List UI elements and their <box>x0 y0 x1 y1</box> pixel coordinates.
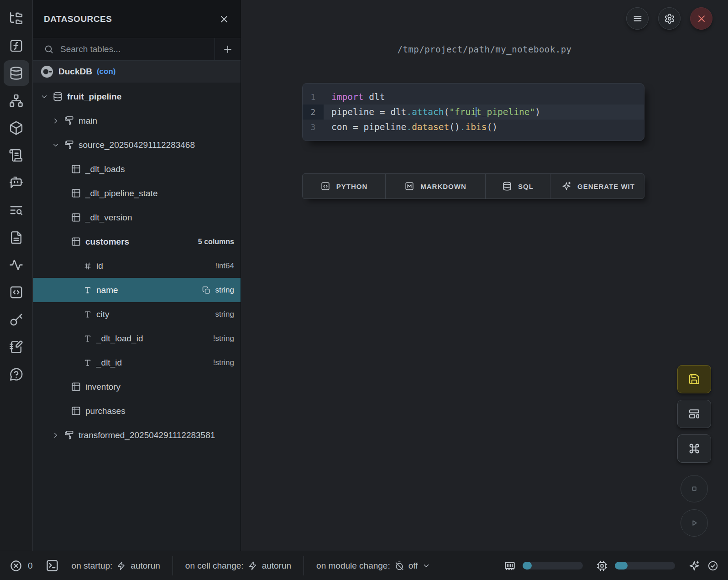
ai-assistant-button[interactable] <box>688 560 700 572</box>
key-icon <box>9 312 24 327</box>
tree-row-city[interactable]: citystring <box>33 302 241 326</box>
paint-roller-icon <box>64 115 74 126</box>
box-icon <box>9 120 24 136</box>
tree-row-inventory[interactable]: inventory <box>33 375 241 399</box>
tree-row-_dlt_id[interactable]: _dlt_id!string <box>33 350 241 375</box>
code-square-icon <box>320 181 330 191</box>
sidebar-file-explorer-button[interactable] <box>4 5 29 31</box>
sidebar-documentation-button[interactable] <box>4 225 29 250</box>
layout-toggle-button[interactable] <box>677 400 711 428</box>
tree-row-customers[interactable]: customers5 columns <box>33 230 241 254</box>
setting-label: on cell change: <box>185 561 244 571</box>
save-icon <box>688 373 701 386</box>
sidebar-ai-chat-button[interactable] <box>4 170 29 195</box>
tree-row-_dlt_loads[interactable]: _dlt_loads <box>33 157 241 181</box>
network-icon <box>9 93 24 108</box>
sidebar-logs-button[interactable] <box>4 197 29 223</box>
terminal-button[interactable] <box>45 559 59 573</box>
run-config-groups: on startup:autorunon cell change:autorun… <box>72 556 430 575</box>
sidebar-outline-button[interactable] <box>4 334 29 360</box>
copy-icon[interactable] <box>202 286 211 295</box>
tree-row-purchases[interactable]: purchases <box>33 399 241 423</box>
sidebar-dependencies-button[interactable] <box>4 88 29 113</box>
menu-button[interactable] <box>626 7 649 30</box>
sidebar-packages-button[interactable] <box>4 115 29 141</box>
sidebar-snippets-button[interactable] <box>4 142 29 168</box>
type-t-icon <box>83 334 92 343</box>
stop-kernel-button[interactable] <box>681 475 708 502</box>
sidebar-secrets-button[interactable] <box>4 307 29 332</box>
save-notebook-button[interactable] <box>677 365 711 393</box>
tree-label: fruit_pipeline <box>67 92 121 102</box>
tree-label: _dlt_id <box>96 358 122 368</box>
kernel-health-button[interactable] <box>707 560 719 572</box>
close-button[interactable] <box>690 7 712 30</box>
on-startup-setting[interactable]: on startup:autorun <box>72 561 160 571</box>
gear-icon <box>664 13 675 24</box>
tree-row-id[interactable]: id!int64 <box>33 254 241 278</box>
tree-row-main[interactable]: main <box>33 109 241 133</box>
sidebar-tracing-button[interactable] <box>4 252 29 277</box>
tree-label: _dlt_load_id <box>96 334 143 344</box>
code-cell-editor[interactable]: 1import dlt2pipeline = dlt.attach("fruit… <box>302 83 644 141</box>
connection-name: DuckDB <box>58 67 92 77</box>
code-line-1[interactable]: 1import dlt <box>303 89 644 105</box>
tree-row-name[interactable]: namestring <box>33 278 241 302</box>
chevron-down-icon <box>40 93 48 101</box>
icon-rail <box>0 0 33 551</box>
table-icon <box>71 381 81 392</box>
button-label: SQL <box>518 183 534 190</box>
add-python-cell-button[interactable]: PYTHON <box>303 174 386 199</box>
code-line-3[interactable]: 3con = pipeline.dataset().ibis() <box>303 120 644 135</box>
tree-row-fruit_pipeline[interactable]: fruit_pipeline <box>33 84 241 109</box>
command-palette-button[interactable] <box>677 434 711 463</box>
connection-row[interactable]: DuckDB (con) <box>33 61 241 83</box>
column-type: !string <box>213 334 234 343</box>
run-all-button[interactable] <box>681 509 708 537</box>
add-datasource-button[interactable] <box>215 38 241 60</box>
add-markdown-cell-button[interactable]: MARKDOWN <box>386 174 486 199</box>
tree-label: purchases <box>85 406 126 416</box>
sidebar-functions-button[interactable] <box>4 33 29 58</box>
notebook-path: /tmp/project/path/my_notebook.py <box>241 44 728 54</box>
column-count: 5 columns <box>198 238 234 246</box>
code-line-2[interactable]: 2pipeline = dlt.attach("fruit_pipeline") <box>303 105 644 120</box>
floating-controls <box>677 365 711 543</box>
on-module-change-setting[interactable]: on module change:off <box>316 561 430 571</box>
sidebar-scratchpad-button[interactable] <box>4 279 29 305</box>
tree-label: transformed_202504291112283581 <box>79 430 215 440</box>
add-sql-cell-button[interactable]: SQL <box>486 174 550 199</box>
add-cell-button-row: PYTHONMARKDOWNSQLGENERATE WIT <box>302 173 644 199</box>
memory-usage-meter <box>523 562 583 570</box>
error-counter[interactable]: 0 <box>9 559 33 573</box>
search-row <box>33 38 241 61</box>
m-square-icon <box>404 181 414 191</box>
tree-label: _dlt_pipeline_state <box>85 188 157 199</box>
tree-label: _dlt_loads <box>85 164 125 174</box>
type-t-icon <box>83 310 92 319</box>
tree-row-_dlt_load_id[interactable]: _dlt_load_id!string <box>33 326 241 350</box>
button-label: MARKDOWN <box>420 183 466 190</box>
window-actions <box>626 7 712 30</box>
tree-row-source_202504291112283468[interactable]: source_202504291112283468 <box>33 133 241 157</box>
database-icon <box>52 91 63 102</box>
search-icon <box>44 44 54 54</box>
generate-with-ai-button[interactable]: GENERATE WIT <box>550 174 644 199</box>
table-icon <box>71 188 81 199</box>
settings-button[interactable] <box>658 7 681 30</box>
on-cell-change-setting[interactable]: on cell change:autorun <box>185 561 291 571</box>
chevron-down-icon <box>422 562 430 570</box>
search-tables-input[interactable] <box>60 44 215 54</box>
tree-row-_dlt_version[interactable]: _dlt_version <box>33 205 241 230</box>
column-type: !int64 <box>215 261 234 271</box>
activity-icon <box>9 257 24 272</box>
table-icon <box>71 236 81 247</box>
memory-icon <box>504 560 516 572</box>
code-square-icon <box>9 285 24 300</box>
tree-row-_dlt_pipeline_state[interactable]: _dlt_pipeline_state <box>33 181 241 205</box>
sidebar-datasources-button[interactable] <box>4 60 29 86</box>
tree-row-transformed_202504291112283581[interactable]: transformed_202504291112283581 <box>33 423 241 447</box>
tree-label: main <box>79 116 97 126</box>
close-panel-icon[interactable] <box>219 14 230 25</box>
sidebar-help-button[interactable] <box>4 361 29 387</box>
